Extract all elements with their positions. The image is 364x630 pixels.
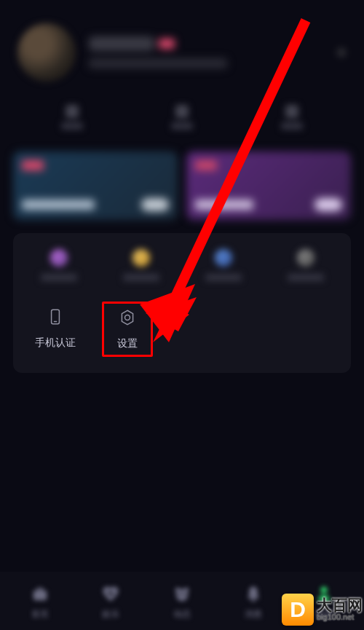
svg-point-15	[251, 598, 255, 602]
watermark-title: 大百网	[317, 597, 363, 613]
phone-auth-button[interactable]: 手机认证	[26, 302, 84, 357]
profile-header[interactable]	[13, 15, 351, 90]
username	[89, 36, 154, 51]
watermark: D 大百网 big100.net	[282, 594, 363, 626]
svg-marker-2	[122, 310, 132, 325]
phone-icon	[46, 307, 65, 329]
tv-icon	[29, 583, 51, 605]
avatar[interactable]	[17, 23, 76, 82]
tab-messages[interactable]: 消息	[218, 583, 289, 621]
tab-label: 消息	[245, 608, 262, 621]
tab-feed[interactable]: 动态	[146, 583, 218, 621]
tab-label: 娱乐	[102, 608, 119, 621]
svg-rect-9	[33, 590, 47, 600]
svg-point-14	[183, 593, 186, 595]
svg-point-11	[175, 587, 181, 592]
svg-point-3	[125, 315, 130, 320]
action-item[interactable]	[273, 249, 339, 281]
action-item[interactable]	[191, 249, 256, 281]
actions-panel: 手机认证 设置	[13, 233, 351, 373]
user-subtitle	[89, 58, 227, 68]
promo-card-1[interactable]	[13, 151, 178, 220]
svg-point-12	[183, 587, 189, 592]
settings-label: 设置	[117, 337, 138, 350]
tab-label: 动态	[173, 608, 191, 621]
promo-cards	[13, 151, 351, 220]
promo-card-2[interactable]	[186, 151, 351, 220]
watermark-sub: big100.net	[317, 613, 363, 622]
stat-item[interactable]	[281, 105, 303, 130]
bell-icon	[242, 583, 264, 605]
tab-entertainment[interactable]: 娱乐	[76, 583, 147, 621]
gear-icon	[118, 308, 137, 330]
actions-row-1	[13, 239, 351, 291]
heart-icon	[100, 583, 122, 605]
svg-point-13	[179, 593, 181, 595]
action-item[interactable]	[26, 249, 92, 281]
stat-item[interactable]	[171, 105, 193, 130]
action-item[interactable]	[108, 249, 174, 281]
bear-icon	[171, 583, 193, 605]
stat-item[interactable]	[61, 105, 83, 130]
watermark-logo: D	[282, 594, 314, 626]
tab-home[interactable]: 首页	[4, 583, 76, 621]
stats-row	[13, 90, 351, 144]
settings-button[interactable]: 设置	[102, 302, 153, 357]
phone-auth-label: 手机认证	[35, 336, 76, 350]
chevron-right-icon	[336, 47, 347, 58]
user-badge	[159, 39, 175, 49]
profile-info	[89, 36, 347, 68]
tab-label: 首页	[31, 608, 49, 621]
actions-row-2: 手机认证 设置	[13, 291, 351, 367]
